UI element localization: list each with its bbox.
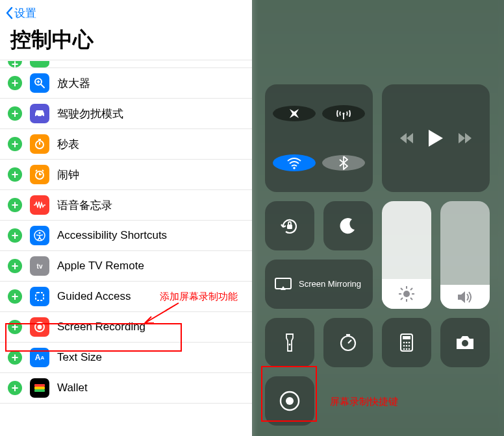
add-icon[interactable] [8, 106, 22, 121]
svg-line-34 [401, 298, 403, 300]
svg-point-48 [403, 348, 405, 350]
add-icon[interactable] [8, 61, 22, 67]
screen-recording-tile[interactable] [265, 376, 314, 426]
list-item-magnifier[interactable]: 放大器 [0, 68, 252, 99]
svg-rect-41 [403, 336, 410, 339]
svg-point-24 [293, 167, 296, 169]
volume-icon [457, 290, 473, 304]
svg-point-27 [403, 291, 410, 297]
list-item-wallet[interactable]: Wallet [0, 373, 252, 404]
mirroring-label: Screen Mirroring [299, 279, 361, 289]
list-item-appletv[interactable]: tv Apple TV Remote [0, 251, 252, 282]
list-item-alarm[interactable]: 闹钟 [0, 160, 252, 190]
flashlight-icon [284, 333, 295, 352]
svg-point-49 [406, 348, 408, 350]
chevron-left-icon [5, 6, 13, 19]
timer-tile[interactable] [323, 318, 373, 367]
connectivity-tile[interactable] [265, 84, 373, 192]
svg-line-13 [42, 170, 44, 171]
control-center: Screen Mirroring [252, 0, 504, 426]
calculator-icon [399, 333, 414, 352]
rewind-icon[interactable] [399, 132, 414, 145]
page-title: 控制中心 [0, 26, 252, 60]
svg-point-47 [409, 345, 410, 347]
svg-rect-16 [36, 293, 44, 300]
list-item-label: 闹钟 [57, 167, 79, 182]
control-items-list: 放大器 驾驶勿扰模式 秒表 闹钟 [0, 60, 252, 404]
add-icon[interactable] [8, 167, 22, 182]
add-icon[interactable] [8, 320, 22, 334]
list-item-label: 驾驶勿扰模式 [57, 106, 123, 121]
list-item-label: 秒表 [57, 137, 79, 152]
svg-point-5 [41, 115, 43, 117]
add-icon[interactable] [8, 137, 22, 151]
cellular-toggle[interactable] [322, 105, 365, 122]
nav-bar: 设置 [0, 0, 252, 26]
list-item-textsize[interactable]: AA Text Size [0, 343, 252, 373]
add-icon[interactable] [8, 350, 22, 365]
forward-icon[interactable] [457, 132, 473, 145]
add-icon[interactable] [8, 289, 22, 304]
list-item-label: Text Size [57, 351, 102, 364]
calculator-tile[interactable] [382, 318, 431, 367]
svg-point-51 [462, 340, 468, 346]
add-icon[interactable] [8, 198, 22, 212]
sun-icon [398, 285, 415, 302]
list-item-voicememo[interactable]: 语音备忘录 [0, 190, 252, 221]
list-item-dnd-driving[interactable]: 驾驶勿扰模式 [0, 99, 252, 129]
svg-point-45 [403, 345, 405, 347]
list-item-label: Wallet [57, 382, 88, 394]
lock-rotation-icon [279, 215, 300, 236]
list-item-screen-recording[interactable]: Screen Recording [0, 312, 252, 343]
svg-point-18 [38, 325, 42, 330]
screen-mirroring-tile[interactable]: Screen Mirroring [265, 260, 373, 309]
svg-line-35 [410, 288, 412, 290]
svg-point-15 [39, 232, 41, 234]
list-item[interactable] [0, 60, 252, 68]
record-icon [279, 390, 301, 412]
moon-icon [339, 217, 357, 235]
camera-icon [455, 335, 475, 350]
flashlight-tile[interactable] [265, 318, 314, 367]
list-item-label: 语音备忘录 [57, 198, 112, 213]
orientation-lock-tile[interactable] [265, 201, 314, 250]
dnd-tile[interactable] [323, 201, 373, 250]
svg-rect-21 [34, 389, 45, 392]
settings-panel: 设置 控制中心 放大器 驾驶勿扰模式 [0, 0, 252, 436]
volume-slider[interactable] [440, 201, 490, 309]
svg-point-53 [286, 397, 294, 405]
bluetooth-icon [339, 155, 348, 171]
list-item-stopwatch[interactable]: 秒表 [0, 129, 252, 160]
svg-point-42 [403, 342, 405, 344]
stopwatch-icon [30, 134, 49, 154]
list-item-label: 放大器 [57, 76, 90, 91]
wifi-toggle[interactable] [273, 154, 316, 171]
list-item-accessibility[interactable]: Accessibility Shortcuts [0, 221, 252, 251]
list-item-label: Apple TV Remote [57, 260, 144, 272]
add-icon[interactable] [8, 381, 22, 395]
svg-line-32 [401, 288, 403, 290]
media-tile[interactable] [382, 84, 490, 192]
wifi-icon [286, 154, 303, 171]
svg-point-4 [36, 115, 38, 117]
svg-line-38 [348, 340, 351, 343]
back-button[interactable]: 设置 [5, 6, 36, 21]
svg-rect-25 [287, 224, 292, 229]
control-center-panel: Screen Mirroring [252, 0, 504, 436]
list-item-label: Screen Recording [57, 321, 145, 333]
add-icon[interactable] [8, 228, 22, 243]
bluetooth-toggle[interactable] [322, 155, 365, 171]
airplane-toggle[interactable] [273, 106, 316, 121]
add-icon[interactable] [8, 76, 22, 90]
add-icon[interactable] [8, 259, 22, 273]
list-item-guided[interactable]: Guided Access [0, 282, 252, 312]
back-label: 设置 [14, 6, 36, 21]
play-icon[interactable] [427, 128, 444, 148]
guided-icon [30, 287, 49, 306]
accessibility-icon [30, 226, 49, 245]
airplane-icon [286, 106, 302, 121]
svg-point-43 [406, 342, 408, 344]
camera-tile[interactable] [440, 318, 490, 367]
brightness-slider[interactable] [382, 201, 431, 309]
svg-point-46 [406, 345, 408, 347]
